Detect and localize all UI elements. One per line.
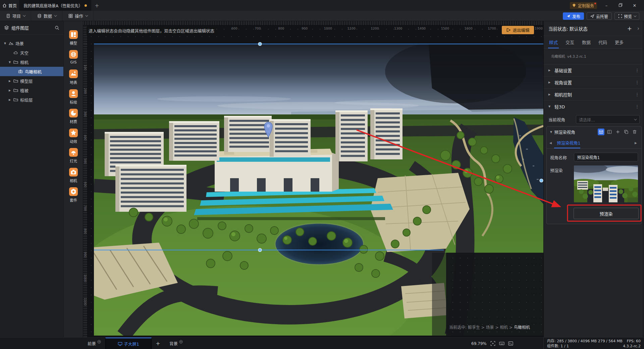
panel-tab-代码[interactable]: 代码: [598, 36, 607, 48]
resize-handle-top[interactable]: [258, 42, 262, 46]
preview-button[interactable]: 预览: [614, 12, 639, 20]
panel-tab-更多[interactable]: 更多: [615, 36, 624, 48]
ruler-tick-label: 1100: [347, 27, 356, 30]
asset-tool-材质[interactable]: 材质: [64, 109, 83, 124]
carousel-prev-icon[interactable]: ◀: [549, 141, 553, 145]
engine-version: 4.3.2-rc.2: [623, 344, 641, 349]
panel-scrollbar[interactable]: [642, 21, 644, 337]
section-menu-icon[interactable]: ⋮: [635, 68, 639, 73]
add-icon[interactable]: [614, 129, 621, 135]
current-view-select[interactable]: 请选择...: [576, 115, 640, 124]
folder-icon: [13, 97, 18, 102]
search-icon[interactable]: [55, 26, 59, 30]
asset-tool-label: 模型: [64, 40, 83, 46]
sidebar-item-植被[interactable]: ▶植被: [0, 86, 63, 95]
sidebar-item-标绘层[interactable]: ▶标绘层: [0, 95, 63, 104]
home-tab[interactable]: 首页: [0, 0, 19, 11]
menu-操作[interactable]: 操作: [62, 11, 94, 21]
sidebar-item-模型层[interactable]: ▶模型层: [0, 76, 63, 86]
screen-tab-active[interactable]: 子大屏1: [105, 338, 152, 349]
section-label: 视角设置: [554, 79, 572, 86]
resize-handle-bottom[interactable]: [258, 248, 262, 252]
tree-caret-icon[interactable]: ▼: [8, 61, 11, 64]
tree-caret-icon[interactable]: ▼: [3, 42, 7, 45]
custom-service-badge[interactable]: 定制服务: [570, 2, 597, 9]
carousel-next-icon[interactable]: ▶: [635, 141, 639, 145]
background-tab[interactable]: 背景: [165, 338, 187, 349]
document-tab-title: 我的建筑底座场景A（性能优先）: [23, 3, 82, 8]
cloud-host-button[interactable]: 云托管: [587, 12, 612, 20]
asset-tool-灯光[interactable]: 灯光: [64, 148, 83, 163]
add-circle-icon[interactable]: [97, 340, 101, 344]
keyboard-icon[interactable]: [499, 341, 504, 346]
board-view-icon[interactable]: [606, 129, 613, 135]
menu-项目[interactable]: 项目: [0, 11, 31, 21]
view-name-input[interactable]: [574, 153, 638, 161]
new-tab-button[interactable]: +: [91, 0, 103, 11]
tree-caret-icon[interactable]: ▶: [8, 98, 11, 101]
sidebar-item-天空[interactable]: 天空: [0, 48, 63, 57]
edit-mode-hint: 进入编辑状态会自动隐藏其他组件图层，双击空白区域退出编辑状态: [87, 27, 216, 35]
delete-icon[interactable]: [631, 129, 638, 135]
3d-scene[interactable]: [83, 21, 543, 337]
sidebar-item-相机[interactable]: ▼相机: [0, 57, 63, 67]
foreground-tab[interactable]: 前景: [84, 338, 105, 349]
panel-tab-数据[interactable]: 数据: [582, 36, 591, 48]
project-icon: [6, 14, 10, 18]
tree-item-label: 天空: [20, 50, 29, 56]
asset-tool-地表[interactable]: 地表: [64, 69, 83, 85]
ruler-tick-label: 1400: [418, 27, 426, 30]
panel-tab-交互[interactable]: 交互: [566, 36, 574, 48]
zoom-percent[interactable]: 69.79%: [471, 341, 487, 346]
asset-tool-模型[interactable]: 模型: [64, 30, 83, 46]
prerender-button[interactable]: 预渲染: [574, 208, 639, 219]
collapse-caret-icon[interactable]: ▼: [550, 131, 552, 134]
asset-tool-label: 相机: [64, 178, 83, 183]
active-view-underline: [554, 148, 580, 149]
add-screen-tab-button[interactable]: +: [152, 338, 164, 349]
fps-label: FPS:: [627, 339, 635, 343]
section-相机控制[interactable]: ▶相机控制⋮: [544, 88, 644, 100]
close-button[interactable]: ✕: [630, 3, 639, 8]
effect-icon: [69, 129, 78, 137]
asset-tool-相机[interactable]: 相机: [64, 168, 83, 183]
ruler-tick-label: 600: [231, 27, 237, 30]
tree-caret-icon[interactable]: ▶: [8, 80, 11, 83]
menu-数据[interactable]: 数据: [31, 11, 62, 21]
sidebar-item-场景[interactable]: ▼场景: [0, 39, 63, 48]
prerender-view-tab[interactable]: 预渲染视角1: [557, 140, 635, 146]
section-轻3D[interactable]: ▼轻3D⋮: [544, 100, 644, 112]
console-icon[interactable]: [508, 341, 513, 346]
expand-states-button[interactable]: ›: [637, 26, 639, 32]
sidebar-item-鸟瞰相机[interactable]: 鸟瞰相机: [0, 67, 63, 76]
section-menu-icon[interactable]: ⋮: [635, 104, 639, 109]
section-视角设置[interactable]: ▶视角设置⋮: [544, 76, 644, 88]
restore-button[interactable]: [616, 3, 625, 8]
tree-caret-icon[interactable]: ▶: [8, 89, 11, 92]
ruler-tick-label: 1700: [488, 27, 496, 30]
document-tab[interactable]: 我的建筑底座场景A（性能优先）: [19, 0, 91, 11]
sky-icon: [13, 50, 18, 55]
editor-canvas[interactable]: 进入编辑状态会自动隐藏其他组件图层，双击空白区域退出编辑状态 退出编辑 当前选中…: [83, 21, 543, 337]
table-view-icon[interactable]: [598, 129, 604, 135]
tree-item-label: 标绘层: [20, 97, 33, 103]
publish-button[interactable]: 发布: [563, 12, 584, 20]
ruler-tick-label: 1000: [84, 274, 87, 282]
panel-tab-样式[interactable]: 样式: [549, 36, 558, 48]
copy-icon[interactable]: [623, 129, 630, 135]
minimize-button[interactable]: –: [602, 3, 611, 8]
section-基础设置[interactable]: ▶基础设置⋮: [544, 64, 644, 76]
resize-handle-right[interactable]: [540, 179, 543, 182]
asset-tool-标绘[interactable]: 标绘: [64, 89, 83, 105]
section-menu-icon[interactable]: ⋮: [635, 80, 639, 85]
exit-edit-button[interactable]: 退出编辑: [502, 26, 534, 34]
section-menu-icon[interactable]: ⋮: [635, 92, 639, 97]
fit-view-icon[interactable]: [490, 341, 495, 346]
app-window: 首页 我的建筑底座场景A（性能优先） + 定制服务 – ✕ 项目数据操作 发布: [0, 0, 644, 349]
asset-tool-套件[interactable]: 套件: [64, 187, 83, 203]
add-state-button[interactable]: +: [627, 25, 632, 32]
asset-tool-GIS[interactable]: GIS: [64, 50, 83, 64]
add-circle-icon[interactable]: [179, 340, 183, 344]
asset-tool-动效[interactable]: 动效: [64, 129, 83, 144]
prerender-thumbnail[interactable]: [574, 165, 638, 202]
